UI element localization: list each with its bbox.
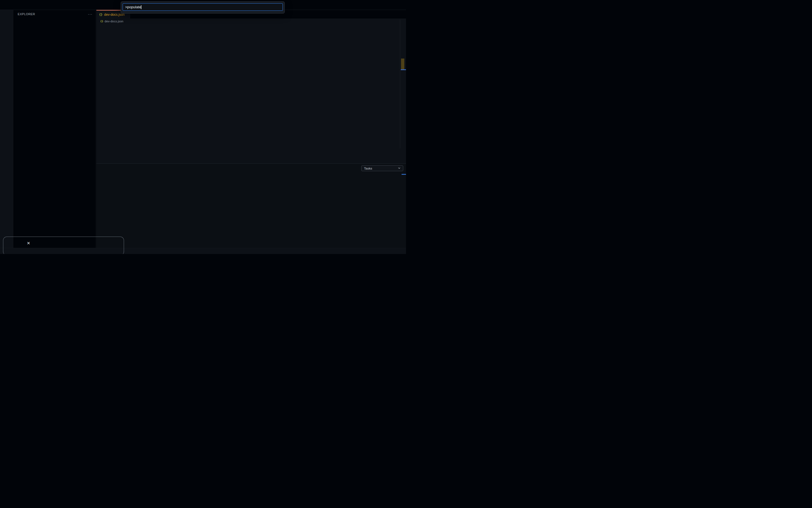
panel-controls: Tasks	[361, 164, 403, 173]
output-channel-value: Tasks	[364, 167, 372, 170]
chevron-down-icon	[398, 166, 401, 170]
breadcrumb[interactable]: {} dev-docs.json	[96, 18, 406, 24]
overview-ruler-modified-mark	[401, 58, 404, 70]
command-input[interactable]: >populate	[123, 3, 283, 11]
status-bar	[0, 248, 406, 254]
command-palette: >populate	[121, 1, 285, 13]
text-caret	[141, 5, 141, 9]
editor-group: {} dev-docs.json {} dev-docs.json	[96, 10, 406, 163]
breadcrumb-item: dev-docs.json	[105, 19, 123, 23]
output-channel-select[interactable]: Tasks	[361, 165, 403, 171]
vscode-window: EXPLORER ··· {} dev-docs.json {} dev-doc…	[0, 0, 406, 254]
code-editor[interactable]	[96, 25, 406, 163]
overview-ruler-cursor-mark	[401, 69, 406, 70]
activity-bar	[0, 10, 13, 248]
json-braces-icon: {}	[99, 13, 103, 16]
overview-ruler-border	[400, 19, 400, 148]
explorer-title: EXPLORER	[18, 12, 35, 16]
bottom-panel: Tasks	[96, 163, 406, 248]
json-braces-icon: {}	[100, 20, 103, 23]
panel-scrollbar[interactable]	[402, 174, 406, 175]
explorer-more-button[interactable]: ···	[88, 12, 92, 16]
explorer-sidebar: EXPLORER ···	[13, 10, 96, 248]
explorer-header: EXPLORER ···	[13, 10, 96, 18]
command-input-value: >populate	[125, 5, 141, 9]
